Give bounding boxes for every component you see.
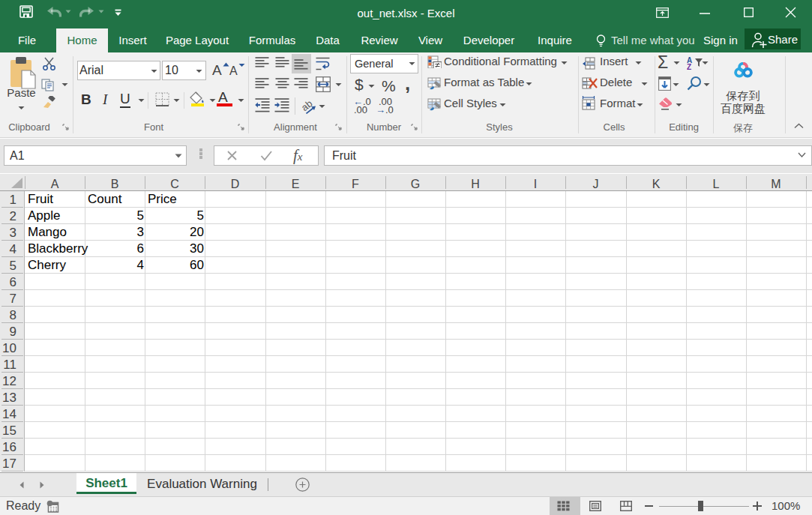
svg-text:ab: ab — [300, 97, 315, 113]
svg-text:Z: Z — [687, 63, 691, 70]
